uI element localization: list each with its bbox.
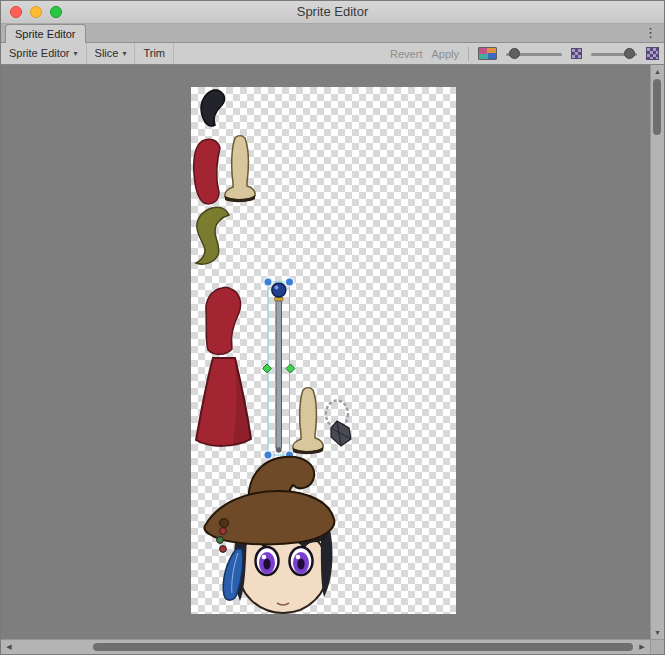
tab-strip: Sprite Editor ⋮ (1, 24, 664, 43)
revert-button[interactable]: Revert (390, 48, 422, 60)
sprite-editor-dropdown-label: Sprite Editor (9, 43, 70, 64)
sprite-green-scarf[interactable] (196, 207, 229, 264)
corner-handle-top-right[interactable] (285, 278, 293, 286)
mip-small-icon (571, 48, 582, 59)
sprite-boot[interactable] (225, 136, 255, 202)
mip-large-icon (646, 47, 659, 60)
scrollbar-corner (650, 639, 664, 654)
editor-canvas[interactable]: ▲ ▼ ◀ ▶ (1, 65, 664, 654)
scroll-down-icon[interactable]: ▼ (651, 627, 664, 638)
sprite-red-sleeve-large[interactable] (206, 287, 241, 354)
zoom-slider[interactable] (506, 47, 562, 61)
sprite-editor-dropdown[interactable]: Sprite Editor ▾ (1, 43, 87, 64)
horizontal-scrollbar[interactable]: ◀ ▶ (1, 639, 650, 654)
scroll-left-icon[interactable]: ◀ (3, 640, 15, 654)
horizontal-scrollbar-thumb[interactable] (93, 643, 633, 651)
right-eye (290, 547, 313, 575)
sprite-editor-window: Sprite Editor Sprite Editor ⋮ Sprite Edi… (0, 0, 665, 655)
toolbar-separator (468, 47, 469, 61)
corner-handle-bottom-left[interactable] (264, 451, 272, 459)
scale-handle-right[interactable] (286, 364, 295, 373)
corner-handle-top-left[interactable] (264, 278, 272, 286)
apply-button[interactable]: Apply (431, 48, 459, 60)
zoom-slider-knob[interactable] (509, 48, 520, 59)
slice-dropdown[interactable]: Slice ▾ (87, 43, 136, 64)
slice-dropdown-label: Slice (95, 43, 119, 64)
tab-sprite-editor[interactable]: Sprite Editor (5, 24, 86, 43)
sprite-head[interactable] (204, 457, 334, 613)
window-title: Sprite Editor (1, 1, 664, 23)
sprite-amulet[interactable] (326, 401, 351, 447)
trim-button[interactable]: Trim (135, 43, 174, 64)
vertical-scrollbar-thumb[interactable] (653, 79, 661, 135)
scroll-right-icon[interactable]: ▶ (636, 640, 648, 654)
toolbar: Sprite Editor ▾ Slice ▾ Trim Revert Appl… (1, 43, 664, 65)
chevron-down-icon: ▾ (74, 43, 78, 64)
vertical-scrollbar[interactable]: ▲ ▼ (650, 65, 664, 639)
sprite-sheet-art (191, 87, 456, 614)
sprite-staff[interactable] (272, 283, 286, 453)
sprite-hair-lock[interactable] (201, 90, 224, 126)
sprite-sheet[interactable] (191, 87, 456, 614)
sprite-boot-2[interactable] (293, 388, 323, 454)
sprite-red-robe[interactable] (196, 358, 251, 446)
color-channels-icon[interactable] (478, 47, 497, 60)
titlebar: Sprite Editor (1, 1, 664, 24)
mip-slider[interactable] (591, 47, 637, 61)
tab-label: Sprite Editor (15, 28, 76, 40)
left-eye (256, 547, 279, 575)
mip-slider-knob[interactable] (624, 48, 635, 59)
scale-handle-left[interactable] (263, 364, 272, 373)
trim-button-label: Trim (143, 43, 165, 64)
chevron-down-icon: ▾ (122, 43, 126, 64)
sprite-red-sleeve[interactable] (194, 139, 220, 204)
kebab-menu-icon[interactable]: ⋮ (644, 25, 657, 40)
toolbar-right-group: Revert Apply (390, 47, 664, 61)
scroll-up-icon[interactable]: ▲ (651, 66, 664, 77)
